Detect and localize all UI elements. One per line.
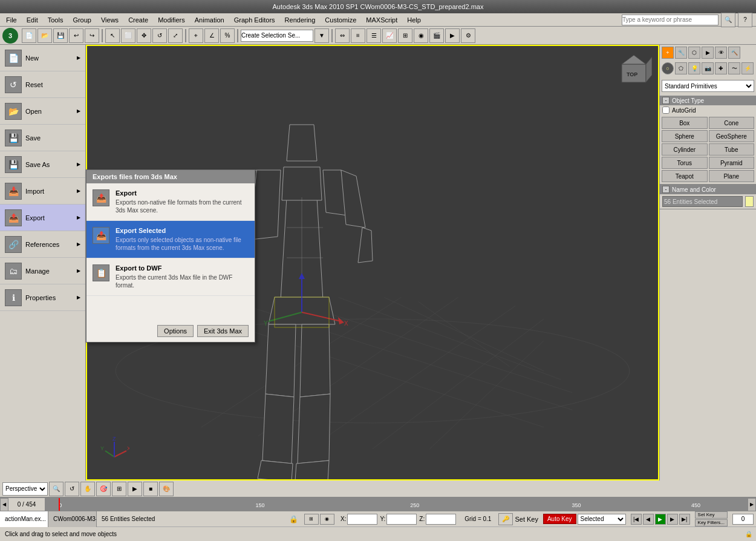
primitives-select[interactable]: Standard Primitives (662, 80, 754, 92)
cone-btn[interactable]: Cone (709, 117, 755, 129)
sidebar-item-open[interactable]: 📂 Open ▶ (0, 98, 85, 125)
stop-btn[interactable]: ■ (143, 482, 158, 496)
select-btn[interactable]: ↖ (105, 28, 120, 43)
y-coord-input[interactable] (386, 514, 417, 525)
percent-snap[interactable]: % (220, 28, 235, 43)
sidebar-item-reset[interactable]: ↺ Reset (0, 71, 85, 98)
utilities-tab[interactable]: 🔨 (728, 47, 740, 59)
first-frame-btn[interactable]: |◀ (631, 514, 642, 525)
tube-btn[interactable]: Tube (709, 143, 755, 156)
create-tab[interactable]: + (662, 47, 674, 59)
geometry-btn[interactable]: ○ (662, 62, 674, 74)
auto-key-button[interactable]: Auto Key (543, 514, 576, 524)
file-tab-1[interactable]: actionMan.ex... (0, 511, 48, 527)
motion-tab[interactable]: ▶ (702, 47, 714, 59)
orbit-btn[interactable]: ↺ (65, 482, 79, 496)
pyramid-btn[interactable]: Pyramid (709, 157, 755, 169)
lights-btn[interactable]: 💡 (688, 62, 700, 74)
field-btn[interactable]: 🎯 (96, 482, 111, 496)
display-tab[interactable]: 👁 (715, 47, 727, 59)
play-anim-btn[interactable]: ▶ (655, 514, 666, 525)
sidebar-item-save-as[interactable]: 💾 Save As ▶ (0, 151, 85, 178)
sidebar-item-export[interactable]: 📤 Export ▶ (0, 205, 85, 231)
angle-snap[interactable]: ∠ (204, 28, 219, 43)
curve-editor-btn[interactable]: 📈 (382, 28, 397, 43)
color-swatch[interactable] (745, 196, 754, 207)
object-type-collapse[interactable]: - (662, 97, 670, 104)
modify-tab[interactable]: 🔧 (675, 47, 687, 59)
app-icon[interactable]: 3 (2, 28, 18, 44)
key-icon[interactable]: 🔑 (498, 513, 513, 525)
select-region-btn[interactable]: ⬜ (121, 28, 135, 43)
menu-modifiers[interactable]: Modifiers (153, 15, 190, 25)
menu-file[interactable]: File (1, 15, 22, 25)
selection-set-input[interactable] (241, 30, 313, 42)
export-option-export[interactable]: 📤 Export Exports non-native file formats… (86, 183, 255, 221)
menu-customize[interactable]: Customize (320, 15, 361, 25)
save-btn[interactable]: 💾 (53, 28, 68, 43)
pan-btn[interactable]: ✋ (80, 482, 95, 496)
open-btn[interactable]: 📂 (37, 28, 52, 43)
playhead[interactable] (59, 498, 60, 511)
last-frame-btn[interactable]: ▶| (679, 514, 690, 525)
menu-rendering[interactable]: Rendering (280, 15, 321, 25)
prev-frame-btn[interactable]: ◀ (643, 514, 654, 525)
viewport-type-select[interactable]: Perspective (2, 482, 48, 496)
schematic-btn[interactable]: ⊞ (398, 28, 412, 43)
export-option-dwf[interactable]: 📋 Export to DWF Exports the current 3ds … (86, 258, 255, 296)
new-btn[interactable]: 📄 (22, 28, 36, 43)
name-input[interactable] (662, 196, 743, 207)
timeline-scroll-right[interactable]: ▶ (748, 498, 756, 511)
box-btn[interactable]: Box (662, 117, 708, 129)
mirror-btn[interactable]: ⇔ (335, 28, 350, 43)
next-frame-btn[interactable]: ▶ (667, 514, 678, 525)
render-btn[interactable]: ▶ (445, 28, 460, 43)
help-button[interactable]: ? (738, 13, 752, 27)
key-filters-button[interactable]: Key Filters... (695, 519, 728, 526)
z-coord-input[interactable] (426, 514, 456, 525)
menu-maxscript[interactable]: MAXScript (361, 15, 402, 25)
layer-btn[interactable]: ☰ (367, 28, 381, 43)
material-editor-btn[interactable]: ◉ (414, 28, 428, 43)
export-option-selected[interactable]: 📤 Export Selected Exports only selected … (86, 221, 255, 258)
menu-graph-editors[interactable]: Graph Editors (229, 15, 280, 25)
mini-icon-1[interactable]: ⊞ (304, 514, 319, 525)
play-btn[interactable]: ▶ (128, 482, 142, 496)
selection-set-dropdown[interactable]: ▼ (314, 28, 329, 43)
menu-tools[interactable]: Tools (43, 15, 68, 25)
sphere-btn[interactable]: Sphere (662, 130, 708, 142)
menu-group[interactable]: Group (68, 15, 96, 25)
sidebar-item-references[interactable]: 🔗 References ▶ (0, 231, 85, 258)
set-key-button[interactable]: Set Key (695, 511, 728, 519)
move-btn[interactable]: ✥ (137, 28, 151, 43)
undo-btn[interactable]: ↩ (69, 28, 83, 43)
plane-btn[interactable]: Plane (709, 170, 755, 182)
cameras-btn[interactable]: 📷 (702, 62, 714, 74)
geosphere-btn[interactable]: GeoSphere (709, 130, 755, 142)
align-btn[interactable]: ≡ (351, 28, 365, 43)
lock-icon[interactable]: 🔒 (285, 515, 302, 523)
redo-btn[interactable]: ↪ (85, 28, 99, 43)
mode-select[interactable]: Selected (578, 514, 626, 525)
teapot-btn[interactable]: Teapot (662, 170, 708, 182)
menu-animation[interactable]: Animation (190, 15, 229, 25)
frame-input[interactable] (732, 514, 754, 525)
settings-btn[interactable]: ⚙ (461, 28, 475, 43)
zoom-btn[interactable]: 🔍 (49, 482, 64, 496)
zoom-all-btn[interactable]: ⊞ (112, 482, 126, 496)
rotate-btn[interactable]: ↺ (152, 28, 167, 43)
x-coord-input[interactable] (347, 514, 377, 525)
name-color-collapse[interactable]: - (662, 186, 670, 193)
autogrid-checkbox[interactable] (662, 107, 670, 114)
snap-toggle[interactable]: ⌖ (189, 28, 203, 43)
sidebar-item-save[interactable]: 💾 Save (0, 125, 85, 151)
render-setup-btn[interactable]: 🎬 (429, 28, 444, 43)
sidebar-item-new[interactable]: 📄 New ▶ (0, 45, 85, 71)
hierarchy-tab[interactable]: ⬡ (688, 47, 700, 59)
menu-edit[interactable]: Edit (22, 15, 43, 25)
torus-btn[interactable]: Torus (662, 157, 708, 169)
sidebar-item-import[interactable]: 📥 Import ▶ (0, 178, 85, 205)
timeline-ruler[interactable]: 0 150 250 350 450 (45, 498, 748, 511)
render-view-btn[interactable]: 🎨 (159, 482, 174, 496)
scale-btn[interactable]: ⤢ (168, 28, 183, 43)
